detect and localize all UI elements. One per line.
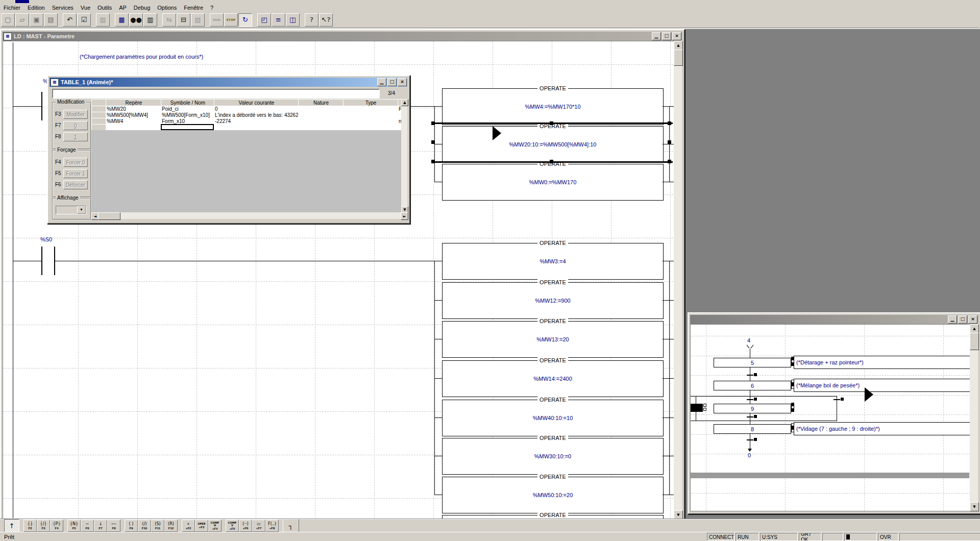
table-hscroll-thumb[interactable] <box>98 212 120 220</box>
sfc-step[interactable]: 5 <box>714 358 791 367</box>
palette-vertical-link-button[interactable]: ↓F7 <box>94 520 107 532</box>
selection-handle[interactable] <box>550 160 553 163</box>
menu-item-options[interactable]: Options <box>154 4 180 11</box>
palette-call-button[interactable]: (··)+F6 <box>239 520 252 532</box>
forcage-forcer0-button[interactable]: Forcer 0 <box>63 158 88 167</box>
sfc-titlebar[interactable]: ▁ □ × <box>690 315 978 324</box>
sfc-close-button[interactable]: × <box>968 315 977 324</box>
menu-item-services[interactable]: Services <box>48 4 77 11</box>
selection-handle[interactable] <box>668 140 671 144</box>
sfc-scroll-up-button[interactable]: ▲ <box>970 324 979 333</box>
contact-bar[interactable] <box>41 247 42 275</box>
run-icon[interactable]: RUN <box>210 13 224 27</box>
menu-item-ap[interactable]: AP <box>115 4 130 11</box>
modification-1-button[interactable]: 1 <box>63 132 88 141</box>
forcage-dforcer-button[interactable]: Déforcer <box>63 180 88 189</box>
context-help-icon[interactable]: ↖? <box>319 13 333 27</box>
sfc-step-comment[interactable]: (*Mélange bol de pesée*) <box>794 379 971 392</box>
transfer-icon[interactable]: ⇆ <box>162 13 176 27</box>
menu-item-debug[interactable]: Debug <box>130 4 154 11</box>
selection-handle[interactable] <box>668 160 671 163</box>
operate-block[interactable]: OPERATE%MW20:10:=%MW500[%MW4]:10 <box>442 126 664 163</box>
transition-tick[interactable] <box>747 439 753 440</box>
sfc-vscrollbar[interactable] <box>970 324 978 510</box>
palette-contact-p-button[interactable]: ┤P├F4 <box>50 520 63 532</box>
columns-icon[interactable]: ▧ <box>191 13 205 27</box>
palette-jump-button[interactable]: »+F2 <box>182 520 195 532</box>
palette-contact-n-button[interactable]: ┤N├F5 <box>67 520 81 532</box>
sfc-minimize-button[interactable]: ▁ <box>948 315 957 324</box>
operate-block[interactable]: OPERATE%MW50:10:=20 <box>442 477 664 513</box>
table-titlebar[interactable]: ▦ TABLE_1 (Animée)* ▁ □ × <box>50 78 408 87</box>
table-maximize-button[interactable]: □ <box>387 78 397 86</box>
palette-contact-closed-button[interactable]: ┤/├F3 <box>37 520 50 532</box>
ld-vscrollbar[interactable] <box>674 41 682 519</box>
palette-coil-negated-button[interactable]: (/)F10 <box>138 520 151 532</box>
palette-contact-open-button[interactable]: ┤├F2 <box>23 520 37 532</box>
palette-function-block-button[interactable]: ▭+F7 <box>252 520 265 532</box>
tile-horizontal-icon[interactable]: ≡ <box>272 13 285 27</box>
sfc-scroll-thumb[interactable] <box>970 333 979 350</box>
menu-item-vue[interactable]: Vue <box>77 4 94 11</box>
open-icon[interactable]: ▱ <box>15 13 29 27</box>
ld-titlebar[interactable]: ▦ LD : MAST - Parametre ▁ □ × <box>3 32 682 41</box>
validate-tool-icon[interactable]: ▨ <box>96 13 110 27</box>
menu-item-?[interactable]: ? <box>207 4 217 11</box>
ld-maximize-button[interactable]: □ <box>662 32 671 40</box>
ld-minimize-button[interactable]: ▁ <box>652 32 661 40</box>
palette-horizontal-dots-button[interactable]: ─┄F8 <box>107 520 120 532</box>
selected-cell[interactable] <box>161 124 214 130</box>
selection-handle[interactable] <box>668 121 671 125</box>
search-icon[interactable]: ●● <box>129 13 143 27</box>
operate-block[interactable]: OPERATE%MW13:=20 <box>442 321 664 358</box>
menu-item-edition[interactable]: Edition <box>24 4 48 11</box>
menu-item-fichier[interactable]: Fichier <box>0 4 24 11</box>
cell-edit-field[interactable] <box>52 89 380 99</box>
animate-icon[interactable]: ↻ <box>238 13 252 27</box>
table-minimize-button[interactable]: ▁ <box>377 78 386 86</box>
operate-block[interactable]: OPERATE%MW3:=4 <box>442 243 664 280</box>
selection-handle[interactable] <box>431 121 435 125</box>
sfc-step[interactable]: 8 <box>714 424 791 434</box>
transition-tick[interactable] <box>747 416 753 417</box>
selection-handle[interactable] <box>431 160 435 163</box>
table-vscrollbar[interactable] <box>401 99 407 212</box>
save-icon[interactable]: ▣ <box>30 13 43 27</box>
palette-operate-block-button[interactable]: OPER+F3 <box>195 520 208 532</box>
new-icon[interactable]: ▢ <box>1 13 15 27</box>
browse-window-icon[interactable]: ▦ <box>115 13 129 27</box>
table-hscrollbar[interactable] <box>91 212 407 219</box>
contact-bar[interactable] <box>41 92 42 120</box>
palette-select-mode-button[interactable]: ↑ <box>4 519 19 532</box>
sfc-step-comment[interactable]: (*Détarage + raz pointeur*) <box>794 356 971 369</box>
sfc-step[interactable]: 9 <box>714 404 791 413</box>
ld-scroll-up-button[interactable]: ▲ <box>674 41 683 50</box>
palette-horizontal-link-button[interactable]: ─F6 <box>81 520 94 532</box>
palette-rung-end-button[interactable]: ┐ <box>283 519 299 532</box>
palette-coil-button[interactable]: ( )F9 <box>125 520 138 532</box>
print-icon[interactable]: ▤ <box>44 13 58 27</box>
operate-block[interactable]: OPERATE%MW14:=2400 <box>442 360 664 397</box>
help-icon[interactable]: ? <box>305 13 318 27</box>
palette-compare-vertical-button[interactable]: COMP V+F5 <box>226 520 239 532</box>
transition-tick[interactable] <box>747 375 753 376</box>
stop-icon[interactable]: STOP <box>224 13 238 27</box>
operate-block[interactable]: OPERATE%MW40:10:=10 <box>442 400 664 436</box>
forcage-forcer1-button[interactable]: Forcer 1 <box>63 169 88 178</box>
modification-modifier-button[interactable]: Modifier <box>63 110 88 119</box>
selection-handle[interactable] <box>550 121 553 125</box>
sfc-active-step[interactable] <box>691 404 703 412</box>
sfc-canvas[interactable]: 45(*Détarage + raz pointeur*)6(*Mélange … <box>690 324 971 511</box>
connect-icon[interactable]: ⊟ <box>177 13 190 27</box>
palette-compare-horizontal-button[interactable]: COMP H+F4 <box>208 520 222 532</box>
table-scroll-right-button[interactable]: ► <box>401 212 408 220</box>
ld-scroll-thumb[interactable] <box>674 50 683 66</box>
sfc-maximize-button[interactable]: □ <box>958 315 967 324</box>
operate-block[interactable]: OPERATE%MW12:=900 <box>442 282 664 319</box>
tile-vertical-icon[interactable]: ◫ <box>286 13 300 27</box>
palette-function-button[interactable]: F(..)+F8 <box>265 520 279 532</box>
sfc-scroll-down-button[interactable]: ▼ <box>970 502 979 511</box>
library-icon[interactable]: ▥ <box>143 13 157 27</box>
cascade-windows-icon[interactable]: ◰ <box>257 13 271 27</box>
combobox-dropdown-icon[interactable]: ▼ <box>77 206 86 214</box>
